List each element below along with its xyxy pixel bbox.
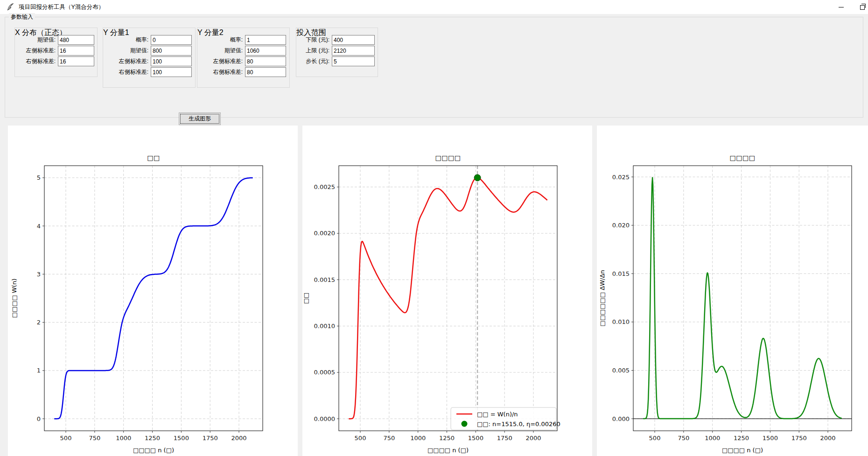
x-left-std-input[interactable] bbox=[58, 46, 94, 56]
window-title: 项目回报分析工具（Y混合分布） bbox=[19, 0, 104, 14]
y1-mean-input[interactable] bbox=[151, 46, 192, 56]
svg-text:1: 1 bbox=[37, 367, 41, 374]
field-label: 左侧标准差: bbox=[213, 57, 243, 65]
y1-left-std-input[interactable] bbox=[151, 56, 192, 66]
chart-title: □□□□ bbox=[435, 154, 461, 161]
chart-title: □□ bbox=[147, 154, 160, 161]
svg-text:0.0010: 0.0010 bbox=[314, 323, 336, 330]
field-label: 上限 (元): bbox=[306, 47, 329, 55]
range-lower-input[interactable] bbox=[332, 35, 375, 45]
field-label: 右侧标准差: bbox=[119, 68, 148, 76]
svg-text:1750: 1750 bbox=[203, 435, 218, 442]
svg-text:2000: 2000 bbox=[525, 435, 541, 442]
figure-efficiency: 500750100012501500175020000.00000.00050.… bbox=[302, 126, 592, 456]
svg-text:1000: 1000 bbox=[116, 435, 131, 442]
figure-background bbox=[8, 126, 298, 456]
field-label: 右侧标准差: bbox=[213, 68, 243, 76]
chart-title: □□□□ bbox=[730, 154, 756, 161]
legend-label: □□: n=1515.0, η=0.00260 bbox=[477, 421, 560, 428]
marginal-density-chart: 500750100012501500175020000.0000.0050.01… bbox=[597, 126, 868, 456]
x-axis-label: □□□□ n (□) bbox=[722, 447, 763, 454]
svg-text:1500: 1500 bbox=[763, 435, 778, 442]
svg-text:1000: 1000 bbox=[705, 435, 720, 442]
legend: □□ = W(n)/n□□: n=1515.0, η=0.00260 bbox=[451, 407, 560, 430]
svg-text:2000: 2000 bbox=[820, 435, 835, 442]
figure-background bbox=[302, 126, 592, 456]
y1-prob-input[interactable] bbox=[151, 35, 192, 45]
y-axis-label: □□ bbox=[302, 293, 309, 304]
app-window: { "window": { "title": "项目回报分析工具（Y混合分布）"… bbox=[0, 0, 868, 456]
field-label: 概率: bbox=[136, 36, 148, 44]
svg-text:0.0025: 0.0025 bbox=[314, 183, 336, 190]
param-frame: 参数输入 X 分布（正态） 期望值: 左侧标准差: 右侧标准差: Y 分量1 概… bbox=[5, 17, 863, 118]
legend-label: □□ = W(n)/n bbox=[477, 411, 518, 418]
minimize-icon bbox=[839, 7, 844, 7]
svg-text:1000: 1000 bbox=[410, 435, 426, 442]
svg-text:1750: 1750 bbox=[791, 435, 807, 442]
y-axis-label: □□□□□□ ΔW/Δn bbox=[599, 270, 606, 326]
svg-text:750: 750 bbox=[678, 435, 689, 442]
svg-text:0.0020: 0.0020 bbox=[314, 230, 336, 237]
field-label: 期望值: bbox=[224, 47, 243, 55]
field-label: 期望值: bbox=[37, 36, 56, 44]
svg-text:4: 4 bbox=[37, 223, 41, 230]
svg-text:2000: 2000 bbox=[231, 435, 246, 442]
field-label: 左侧标准差: bbox=[119, 57, 148, 65]
svg-text:0.000: 0.000 bbox=[612, 415, 630, 422]
cumulative-return-chart: 50075010001250150017502000012345□□□□□□ n… bbox=[8, 126, 298, 456]
svg-text:750: 750 bbox=[89, 435, 100, 442]
svg-text:0.020: 0.020 bbox=[612, 222, 630, 229]
x-right-std-input[interactable] bbox=[58, 56, 94, 66]
svg-text:1500: 1500 bbox=[468, 435, 483, 442]
svg-text:0.010: 0.010 bbox=[612, 318, 630, 325]
svg-text:0.025: 0.025 bbox=[612, 174, 630, 181]
field-label: 右侧标准差: bbox=[26, 57, 56, 65]
svg-text:500: 500 bbox=[355, 435, 366, 442]
figure-background bbox=[597, 126, 868, 456]
svg-text:2: 2 bbox=[37, 319, 41, 326]
maximize-restore-button[interactable] bbox=[852, 0, 868, 14]
field-label: 步长 (元): bbox=[306, 57, 329, 65]
restore-icon bbox=[860, 5, 865, 10]
y2-right-std-input[interactable] bbox=[245, 67, 286, 77]
generate-plots-button[interactable]: 生成图形 bbox=[179, 112, 221, 125]
y1-right-std-input[interactable] bbox=[151, 67, 192, 77]
range-step-input[interactable] bbox=[332, 56, 375, 66]
x-axis-label: □□□□ n (□) bbox=[427, 447, 469, 454]
svg-text:0.0015: 0.0015 bbox=[314, 276, 336, 283]
legend-dot-sample bbox=[462, 421, 468, 427]
param-frame-label: 参数输入 bbox=[9, 13, 35, 21]
svg-text:1750: 1750 bbox=[497, 435, 512, 442]
y2-left-std-input[interactable] bbox=[245, 56, 286, 66]
svg-text:1250: 1250 bbox=[145, 435, 160, 442]
y2-mean-input[interactable] bbox=[245, 46, 286, 56]
svg-text:0.0000: 0.0000 bbox=[314, 415, 336, 422]
svg-text:0.0005: 0.0005 bbox=[314, 369, 336, 376]
y2-prob-input[interactable] bbox=[245, 35, 286, 45]
field-label: 下限 (元): bbox=[306, 36, 329, 44]
optimal-point-marker bbox=[474, 175, 481, 181]
group-x-distribution: X 分布（正态） 期望值: 左侧标准差: 右侧标准差: bbox=[14, 28, 98, 77]
field-label: 概率: bbox=[230, 36, 243, 44]
minimize-button[interactable] bbox=[831, 0, 852, 14]
svg-text:500: 500 bbox=[649, 435, 661, 442]
field-label: 期望值: bbox=[130, 47, 148, 55]
title-bar: 项目回报分析工具（Y混合分布） bbox=[0, 0, 868, 14]
svg-text:1500: 1500 bbox=[174, 435, 189, 442]
svg-text:0.015: 0.015 bbox=[612, 270, 630, 277]
svg-text:1250: 1250 bbox=[734, 435, 749, 442]
y-axis-label: □□□□ W(n) bbox=[11, 279, 18, 318]
x-mean-input[interactable] bbox=[58, 35, 94, 45]
app-feather-icon bbox=[7, 3, 14, 11]
svg-text:500: 500 bbox=[60, 435, 72, 442]
svg-text:1250: 1250 bbox=[439, 435, 455, 442]
group-y2: Y 分量2 概率: 期望值: 左侧标准差: 右侧标准差: bbox=[197, 28, 290, 88]
svg-text:5: 5 bbox=[37, 174, 41, 181]
range-upper-input[interactable] bbox=[332, 46, 375, 56]
svg-text:3: 3 bbox=[37, 271, 41, 278]
field-label: 左侧标准差: bbox=[26, 47, 56, 55]
x-axis-label: □□□□ n (□) bbox=[133, 447, 174, 454]
group-range: 投入范围 下限 (元): 上限 (元): 步长 (元): bbox=[296, 28, 378, 77]
group-y1: Y 分量1 概率: 期望值: 左侧标准差: 右侧标准差: bbox=[103, 28, 196, 88]
svg-text:750: 750 bbox=[383, 435, 395, 442]
